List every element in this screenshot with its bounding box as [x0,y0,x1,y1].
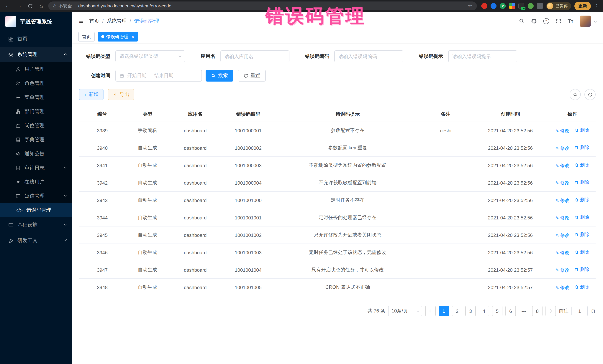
add-button-label: 新增 [89,91,99,98]
github-icon[interactable] [531,18,537,24]
extension-icon-green[interactable] [528,3,533,9]
bookmark-star-icon[interactable]: ☆ [468,3,472,9]
sidebar-item-users[interactable]: 用户管理 [0,62,72,76]
delete-link[interactable]: 删除 [574,162,589,168]
edit-link[interactable]: ✎修改 [555,180,569,186]
page-button-2[interactable]: 2 [452,306,462,316]
edit-link[interactable]: ✎修改 [555,197,569,204]
cell-hint: 只允许修改为开启或者关闭状态 [275,226,420,244]
sidebar-item-notices[interactable]: 通知公告 [0,147,72,161]
extension-icon-red[interactable] [481,3,487,9]
header-search-icon[interactable] [519,18,524,24]
cell-remark [420,209,471,226]
extension-icon-tampermonkey[interactable]: on [518,3,524,9]
sidebar-item-audit-log[interactable]: 审计日志 [0,161,72,175]
cell-id: 3942 [79,174,126,191]
delete-link[interactable]: 删除 [574,266,589,273]
next-page-button[interactable] [545,306,556,316]
refresh-table-button[interactable] [584,89,596,100]
export-button[interactable]: 导出 [108,89,134,100]
profile-button[interactable]: 已暂停 [546,2,571,10]
edit-link[interactable]: ✎修改 [555,145,569,151]
main-area: ≡ 首页 / 系统管理 / 错误码管理 ? [72,12,603,364]
page-button-5[interactable]: 5 [492,306,502,316]
toggle-search-button[interactable] [570,89,581,100]
sidebar-item-error-code[interactable]: </> 错误码管理 [0,203,72,217]
delete-link[interactable]: 删除 [574,197,589,203]
error-hint-input[interactable] [448,50,517,62]
sidebar-item-sms[interactable]: 短信管理 [0,189,72,203]
edit-link[interactable]: ✎修改 [555,250,569,256]
tag-error-code[interactable]: 错误码管理 × [98,32,138,42]
sidebar-item-menus[interactable]: 菜单管理 [0,90,72,105]
edit-link[interactable]: ✎修改 [555,232,569,239]
page-button-6[interactable]: 6 [505,306,516,316]
avatar-dropdown-icon[interactable] [594,20,597,22]
edit-link[interactable]: ✎修改 [555,285,569,291]
delete-link[interactable]: 删除 [574,179,589,186]
extension-icon-blue[interactable] [491,3,497,9]
help-icon[interactable]: ? [543,18,549,24]
sidebar-item-system[interactable]: 系统管理 [0,47,72,62]
error-type-select[interactable]: 请选择错误码类型 [116,50,185,62]
back-icon[interactable]: ← [4,3,12,9]
delete-link[interactable]: 删除 [574,127,589,133]
goto-page-input[interactable] [571,306,588,316]
sidebar-item-infrastructure[interactable]: 基础设施 [0,217,72,233]
extension-icon-grid[interactable] [509,3,515,9]
chrome-update-button[interactable]: 更新 [574,2,591,10]
edit-link[interactable]: ✎修改 [555,267,569,273]
address-bar[interactable]: ⚠ 不安全 | dashboard.yudao.iocoder.cn/syste… [48,1,477,10]
breadcrumb-home[interactable]: 首页 [89,18,99,24]
browser-menu-icon[interactable]: ⋮ [594,3,599,9]
error-code-input[interactable] [334,50,403,62]
home-icon[interactable]: ⌂ [37,3,45,9]
delete-link[interactable]: 删除 [574,284,589,290]
page-button-3[interactable]: 3 [465,306,476,316]
cell-hint: CRON 表达式不正确 [275,278,420,296]
sidebar-item-devtools[interactable]: 研发工具 [0,233,72,248]
prev-page-button[interactable] [425,306,436,316]
add-button[interactable]: + 新增 [79,89,103,100]
tag-close-icon[interactable]: × [131,34,134,39]
font-size-icon[interactable]: TT [568,18,573,24]
filter-row-1: 错误码类型 请选择错误码类型 应用名 错误码编码 [79,50,596,62]
delete-link[interactable]: 删除 [574,144,589,151]
breadcrumb-system[interactable]: 系统管理 [107,18,127,24]
sidebar-item-online-users[interactable]: 在线用户 [0,175,72,189]
sidebar-item-departments[interactable]: 部门管理 [0,105,72,119]
date-range-picker[interactable]: 开始日期 - 结束日期 [116,70,202,82]
cell-app: dashboard [169,157,221,174]
forward-icon[interactable]: → [15,3,23,9]
sidebar-collapse-icon[interactable]: ≡ [79,17,83,25]
delete-link[interactable]: 删除 [574,214,589,220]
delete-link[interactable]: 删除 [574,232,589,238]
sidebar-item-dictionary[interactable]: 字典管理 [0,133,72,147]
sidebar-item-roles[interactable]: 角色管理 [0,76,72,90]
trash-icon [574,180,579,185]
tag-home[interactable]: 首页 [78,32,95,42]
fullscreen-icon[interactable] [555,18,561,24]
extension-icon-v[interactable]: V [500,3,506,9]
edit-link[interactable]: ✎修改 [555,128,569,134]
reset-button[interactable]: 重置 [238,70,266,82]
user-avatar[interactable] [580,15,591,26]
edit-link[interactable]: ✎修改 [555,163,569,169]
cell-id: 3946 [79,244,126,261]
page-ellipsis-button[interactable]: ••• [519,306,529,316]
search-button[interactable]: 搜索 [206,70,233,82]
error-type-label: 错误码类型 [79,53,110,60]
cell-id: 3945 [79,226,126,244]
sidebar-item-home[interactable]: 首页 [0,31,72,47]
reload-icon[interactable] [26,3,34,9]
page-button-8[interactable]: 8 [532,306,543,316]
app-name-input[interactable] [220,50,290,62]
edit-link[interactable]: ✎修改 [555,215,569,221]
page-size-select[interactable]: 10条/页 [388,306,422,316]
page-button-4[interactable]: 4 [479,306,489,316]
sidebar-item-posts[interactable]: 岗位管理 [0,119,72,133]
delete-link[interactable]: 删除 [574,249,589,255]
extensions-puzzle-icon[interactable] [537,3,543,9]
page-button-1[interactable]: 1 [439,306,449,316]
app-logo[interactable]: 芋道管理系统 [0,12,72,31]
